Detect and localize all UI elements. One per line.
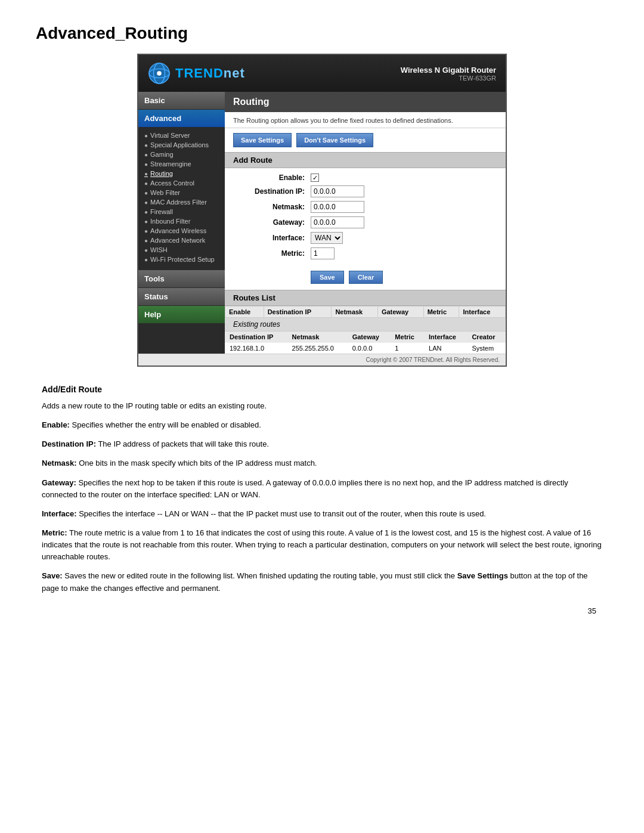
clear-route-button[interactable]: Clear (349, 271, 383, 284)
form-buttons: Save Clear (225, 267, 506, 290)
enable-checkbox[interactable]: ✓ (311, 174, 319, 182)
existing-gateway: 0.0.0.0 (348, 343, 391, 354)
save-settings-button[interactable]: Save Settings (233, 133, 292, 147)
existing-interface: LAN (424, 343, 467, 354)
main-content: Routing The Routing option allows you to… (225, 92, 506, 354)
router-ui: TRENDnet Wireless N Gigabit Router TEW-6… (137, 54, 507, 367)
gateway-input[interactable] (311, 216, 364, 228)
router-model: Wireless N Gigabit Router TEW-633GR (401, 66, 496, 82)
sidebar-item-virtual-server[interactable]: ●Virtual Server (144, 131, 225, 140)
content-description: The Routing option allows you to define … (225, 112, 506, 128)
dont-save-settings-button[interactable]: Don't Save Settings (296, 133, 373, 147)
sidebar: Basic Advanced ●Virtual Server ●Special … (138, 92, 225, 354)
col-dest-ip: Destination IP (264, 306, 332, 318)
svg-point-3 (157, 71, 162, 76)
sidebar-item-adv-network[interactable]: ●Advanced Network (144, 236, 225, 245)
existing-col-dest-ip: Destination IP (225, 332, 287, 343)
existing-routes-table: Destination IP Netmask Gateway Metric In… (225, 331, 506, 354)
netmask-input[interactable] (311, 201, 364, 213)
doc-para-intro: Adds a new route to the IP routing table… (42, 400, 602, 412)
enable-row: Enable: ✓ (233, 172, 497, 184)
dest-ip-label: Destination IP: (233, 187, 311, 196)
sidebar-item-gaming[interactable]: ●Gaming (144, 150, 225, 159)
sidebar-help-btn[interactable]: Help (138, 306, 225, 323)
sidebar-item-wish[interactable]: ●WISH (144, 245, 225, 255)
sidebar-item-adv-wireless[interactable]: ●Advanced Wireless (144, 226, 225, 236)
sidebar-tools-btn[interactable]: Tools (138, 270, 225, 287)
col-gateway: Gateway (377, 306, 423, 318)
content-heading: Routing (225, 92, 506, 112)
existing-col-gateway: Gateway (348, 332, 391, 343)
sidebar-status-btn[interactable]: Status (138, 288, 225, 305)
metric-label: Metric: (233, 249, 311, 258)
action-buttons: Save Settings Don't Save Settings (225, 128, 506, 152)
doc-para-interface: Interface: Specifies the interface -- LA… (42, 508, 602, 520)
sidebar-basic-btn[interactable]: Basic (138, 92, 225, 109)
brand-name: TRENDnet (175, 66, 245, 81)
router-body: Basic Advanced ●Virtual Server ●Special … (138, 92, 506, 354)
existing-metric: 1 (390, 343, 424, 354)
col-interface: Interface (459, 306, 506, 318)
trendnet-logo: TRENDnet (148, 62, 245, 85)
routes-list-header: Routes List (225, 290, 506, 306)
sidebar-item-web-filter[interactable]: ●Web Filter (144, 188, 225, 197)
sidebar-item-special-apps[interactable]: ●Special Applications (144, 140, 225, 150)
existing-col-metric: Metric (390, 332, 424, 343)
page-number: 35 (36, 606, 608, 615)
sidebar-item-routing[interactable]: ●Routing (144, 169, 225, 178)
save-route-button[interactable]: Save (311, 271, 344, 284)
trendnet-logo-icon (148, 62, 171, 85)
sidebar-advanced-items: ●Virtual Server ●Special Applications ●G… (138, 128, 225, 268)
sidebar-advanced-btn[interactable]: Advanced (138, 110, 225, 127)
doc-para-metric: Metric: The route metric is a value from… (42, 527, 602, 563)
enable-label: Enable: (233, 174, 311, 182)
metric-row: Metric: (233, 246, 497, 261)
sidebar-item-wps[interactable]: ●Wi-Fi Protected Setup (144, 255, 225, 264)
existing-creator: System (467, 343, 506, 354)
sidebar-item-access-control[interactable]: ●Access Control (144, 178, 225, 188)
routes-list-table: Enable Destination IP Netmask Gateway Me… (225, 306, 506, 318)
existing-netmask: 255.255.255.0 (287, 343, 348, 354)
router-header: TRENDnet Wireless N Gigabit Router TEW-6… (138, 55, 506, 92)
metric-input[interactable] (311, 247, 335, 259)
gateway-row: Gateway: (233, 215, 497, 230)
existing-dest-ip: 192.168.1.0 (225, 343, 287, 354)
sidebar-item-mac-filter[interactable]: ●MAC Address Filter (144, 197, 225, 207)
documentation: Add/Edit Route Adds a new route to the I… (36, 385, 608, 594)
interface-select[interactable]: WAN LAN (311, 232, 343, 244)
sidebar-item-streamengine[interactable]: ●Streamengine (144, 159, 225, 169)
doc-section-title: Add/Edit Route (42, 385, 602, 394)
doc-para-gateway: Gateway: Specifies the next hop to be ta… (42, 477, 602, 501)
dest-ip-row: Destination IP: (233, 184, 497, 199)
doc-para-save: Save: Saves the new or edited route in t… (42, 570, 602, 594)
doc-para-enable: Enable: Specifies whether the entry will… (42, 419, 602, 431)
doc-para-dest-ip: Destination IP: The IP address of packet… (42, 438, 602, 450)
table-row: 192.168.1.0 255.255.255.0 0.0.0.0 1 LAN … (225, 343, 506, 354)
existing-routes-header: Existing routes (225, 318, 506, 331)
gateway-label: Gateway: (233, 218, 311, 227)
add-route-header: Add Route (225, 152, 506, 168)
sidebar-item-firewall[interactable]: ●Firewall (144, 207, 225, 216)
col-netmask: Netmask (332, 306, 378, 318)
add-route-form: Enable: ✓ Destination IP: Netmask: Gatew… (225, 168, 506, 267)
existing-col-interface: Interface (424, 332, 467, 343)
netmask-row: Netmask: (233, 199, 497, 215)
router-footer: Copyright © 2007 TRENDnet. All Rights Re… (138, 354, 506, 366)
existing-col-netmask: Netmask (287, 332, 348, 343)
col-metric: Metric (423, 306, 459, 318)
dest-ip-input[interactable] (311, 185, 364, 197)
page-title: Advanced_Routing (36, 24, 608, 43)
existing-col-creator: Creator (467, 332, 506, 343)
interface-label: Interface: (233, 234, 311, 242)
col-enable: Enable (225, 306, 264, 318)
doc-para-netmask: Netmask: One bits in the mask specify wh… (42, 457, 602, 469)
sidebar-item-inbound-filter[interactable]: ●Inbound Filter (144, 216, 225, 226)
interface-row: Interface: WAN LAN (233, 230, 497, 246)
netmask-label: Netmask: (233, 203, 311, 211)
